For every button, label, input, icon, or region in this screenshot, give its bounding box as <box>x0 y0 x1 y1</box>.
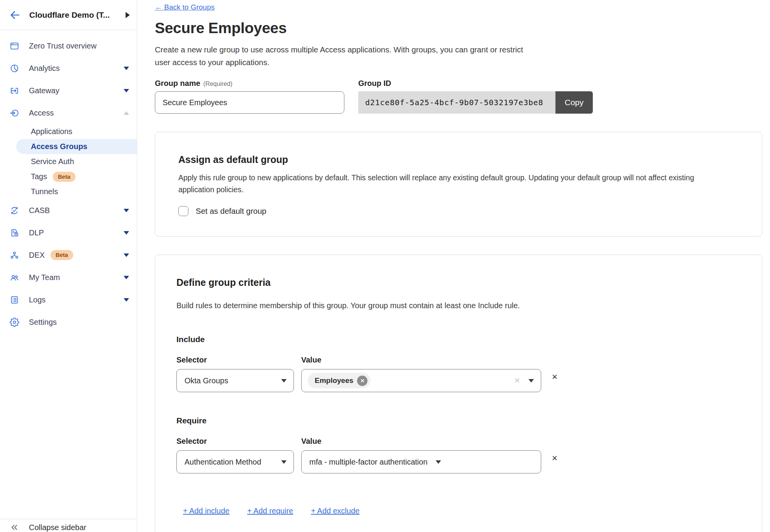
sidebar-item-label: Gateway <box>29 86 59 95</box>
dex-icon <box>10 250 19 260</box>
sidebar-item-label: Logs <box>29 295 45 304</box>
sidebar-item-label: Analytics <box>29 64 60 73</box>
sidebar-item-analytics[interactable]: Analytics <box>0 57 137 79</box>
require-value-dropdown[interactable]: mfa - multiple-factor authentication <box>301 450 541 473</box>
sidebar-item-access[interactable]: Access <box>0 102 137 124</box>
sidebar-item-label: CASB <box>29 206 50 215</box>
group-id-label: Group ID <box>358 79 593 88</box>
sidebar-item-tags[interactable]: Tags Beta <box>0 169 137 184</box>
account-title: Cloudflare Demo (T... <box>29 10 110 20</box>
group-meta-row: Group name(Required) Group ID d21ce80f-5… <box>155 79 762 114</box>
sidebar-header: Cloudflare Demo (T... <box>0 0 137 30</box>
group-name-field-group: Group name(Required) <box>155 79 344 114</box>
selector-label: Selector <box>176 356 301 364</box>
sidebar: Cloudflare Demo (T... Zero Trust overvie… <box>0 0 137 532</box>
remove-require-rule-button[interactable]: ✕ <box>552 454 558 463</box>
sidebar-item-label: Tunnels <box>31 187 58 196</box>
copy-button[interactable]: Copy <box>555 91 593 114</box>
default-group-checkbox-row: Set as default group <box>178 206 739 216</box>
value-chip-label: Employees <box>315 376 353 385</box>
collapse-sidebar-label: Collapse sidebar <box>29 523 86 532</box>
sidebar-item-my-team[interactable]: My Team <box>0 266 137 289</box>
require-heading: Require <box>176 416 741 425</box>
back-to-groups-link[interactable]: ← Back to Groups <box>155 3 215 12</box>
require-selector-dropdown[interactable]: Authentication Method <box>176 450 294 473</box>
chevron-up-icon <box>124 111 129 115</box>
sidebar-item-label: Service Auth <box>31 157 74 166</box>
chevron-down-icon <box>124 89 129 92</box>
sidebar-nav: Zero Trust overview Analytics Gateway <box>0 30 137 333</box>
sidebar-item-settings[interactable]: Settings <box>0 311 137 333</box>
dropdown-arrow-icon <box>281 379 287 383</box>
sidebar-item-label: DLP <box>29 228 44 237</box>
sidebar-item-casb[interactable]: CASB <box>0 199 137 222</box>
page-description: Create a new rule group to use across mu… <box>155 43 528 69</box>
sidebar-item-label: Tags <box>31 172 47 181</box>
overview-icon <box>10 41 19 51</box>
sidebar-item-label: DEX <box>29 251 45 260</box>
chevron-down-icon <box>124 209 129 212</box>
set-default-group-label: Set as default group <box>196 206 267 216</box>
double-chevron-left-icon <box>10 523 19 532</box>
app-root: Cloudflare Demo (T... Zero Trust overvie… <box>0 0 770 532</box>
add-include-link[interactable]: + Add include <box>183 507 230 515</box>
beta-badge: Beta <box>53 172 75 182</box>
default-card-title: Assign as default group <box>178 154 739 165</box>
criteria-card-description: Build rules to determine membership of t… <box>176 301 741 310</box>
add-require-link[interactable]: + Add require <box>247 507 294 515</box>
group-id-value: d21ce80f-5a25-4bcf-9b07-5032197e3be8 <box>358 91 555 114</box>
require-value: mfa - multiple-factor authentication <box>309 458 428 467</box>
sidebar-item-gateway[interactable]: Gateway <box>0 79 137 102</box>
sidebar-item-applications[interactable]: Applications <box>0 124 137 139</box>
default-card-description: Apply this rule group to new application… <box>178 172 729 196</box>
sidebar-item-access-groups[interactable]: Access Groups <box>16 139 137 154</box>
required-hint: (Required) <box>203 81 233 87</box>
add-exclude-link[interactable]: + Add exclude <box>311 507 359 515</box>
sidebar-item-label: Access <box>29 109 54 117</box>
require-labels: Selector Value <box>176 437 741 446</box>
dropdown-arrow-icon <box>281 460 287 464</box>
include-value-combobox[interactable]: Employees ✕ ✕ <box>301 369 541 392</box>
collapse-sidebar-button[interactable]: Collapse sidebar <box>0 519 137 532</box>
sidebar-item-label: Access Groups <box>31 142 87 151</box>
main-content: ← Back to Groups Secure Employees Create… <box>137 0 770 532</box>
set-default-group-checkbox[interactable] <box>178 206 188 216</box>
sidebar-item-dex[interactable]: DEX Beta <box>0 244 137 266</box>
include-selector-dropdown[interactable]: Okta Groups <box>176 369 294 392</box>
team-icon <box>10 273 19 282</box>
casb-icon <box>10 206 19 215</box>
include-selector-value: Okta Groups <box>185 376 228 385</box>
group-id-field-group: Group ID d21ce80f-5a25-4bcf-9b07-5032197… <box>358 79 593 114</box>
chevron-down-icon <box>124 231 129 235</box>
page-title: Secure Employees <box>155 20 762 37</box>
clear-values-icon[interactable]: ✕ <box>514 376 520 385</box>
chevron-down-icon <box>124 298 129 302</box>
define-group-criteria-card: Define group criteria Build rules to det… <box>155 255 762 532</box>
chevron-down-icon <box>124 276 129 279</box>
include-heading: Include <box>176 335 741 344</box>
remove-include-rule-button[interactable]: ✕ <box>552 373 558 381</box>
gateway-icon <box>10 86 19 96</box>
sidebar-item-logs[interactable]: Logs <box>0 289 137 311</box>
sidebar-item-label: Zero Trust overview <box>29 42 97 50</box>
include-rule-row: Okta Groups Employees ✕ ✕ ✕ <box>176 369 741 392</box>
group-name-input[interactable] <box>155 91 344 114</box>
caret-right-icon[interactable] <box>126 12 130 18</box>
group-name-label: Group name <box>155 79 200 87</box>
require-rule-row: Authentication Method mfa - multiple-fac… <box>176 450 741 473</box>
beta-badge: Beta <box>50 250 73 260</box>
sidebar-item-service-auth[interactable]: Service Auth <box>0 154 137 169</box>
sidebar-item-dlp[interactable]: DLP <box>0 222 137 244</box>
logs-icon <box>10 295 19 305</box>
sidebar-item-label: My Team <box>29 273 60 282</box>
sidebar-item-zero-trust-overview[interactable]: Zero Trust overview <box>0 35 137 57</box>
analytics-icon <box>10 64 19 73</box>
back-arrow-icon[interactable] <box>9 9 21 21</box>
chip-remove-icon[interactable]: ✕ <box>357 376 367 386</box>
chevron-down-icon <box>124 253 129 257</box>
selector-label: Selector <box>176 437 301 446</box>
value-chip: Employees ✕ <box>308 373 371 388</box>
gear-icon <box>10 317 19 327</box>
sidebar-item-tunnels[interactable]: Tunnels <box>0 184 137 199</box>
value-label: Value <box>301 437 321 446</box>
